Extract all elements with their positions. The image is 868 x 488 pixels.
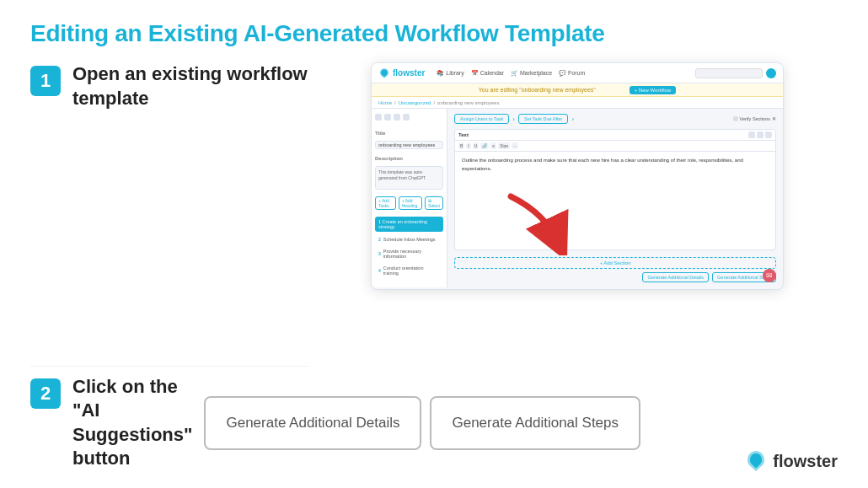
- mock-field-title-label: Title: [375, 131, 443, 136]
- mock-editor-dot-3[interactable]: [765, 131, 772, 138]
- mock-step-2: 2 Schedule Inbox Meetings: [375, 235, 443, 244]
- mock-editor-text: Outline the onboarding process and make …: [462, 158, 743, 171]
- mock-banner-text: You are editing "onboarding new employee…: [479, 87, 596, 93]
- screenshot-mock: flowster 📚 Library 📅 Calendar 🛒 Marketpl…: [371, 62, 784, 290]
- step-2-area: 2 Click on the "AI Suggestions" button G…: [30, 366, 308, 471]
- screenshot-column: flowster 📚 Library 📅 Calendar 🛒 Marketpl…: [317, 62, 838, 471]
- step-1-number: 1: [30, 66, 61, 96]
- mock-add-section[interactable]: + Add Section: [454, 257, 776, 269]
- step-2-number: 2: [30, 378, 61, 409]
- mock-bottom: + Add Section Generate Additional Detail…: [454, 254, 776, 282]
- mock-icon-2: [384, 114, 391, 121]
- step-1-text: Open an existing workflow template: [72, 62, 308, 110]
- footer-logo-icon: [744, 449, 768, 473]
- mock-logo-text: flowster: [393, 68, 425, 78]
- mock-toolbar-bold[interactable]: B: [458, 142, 464, 149]
- step-1: 1 Open an existing workflow template: [30, 62, 308, 349]
- mock-nav-marketplace: 🛒 Marketplace: [511, 70, 552, 77]
- footer-logo: flowster: [744, 449, 838, 473]
- mock-field-title-value: onboarding new employees: [375, 141, 443, 149]
- mock-editor-dots: [748, 131, 772, 138]
- steps-column: 1 Open an existing workflow template 2 C…: [30, 62, 317, 471]
- mock-breadcrumb-page: onboarding new employees: [437, 100, 499, 105]
- mock-toolbar-list[interactable]: ≡: [490, 142, 496, 149]
- mock-step-3: 3 Provide necessary information: [375, 247, 443, 260]
- mock-editor-topbar: Text: [455, 130, 775, 141]
- mock-icon-3: [394, 114, 400, 121]
- mock-step-4: 4 Conduct orientation training: [375, 264, 443, 277]
- mock-banner: You are editing "onboarding new employee…: [372, 83, 783, 97]
- mock-breadcrumb-home: Home: [378, 100, 392, 105]
- mock-sidebar: Title onboarding new employees Descripti…: [372, 109, 447, 287]
- mock-nav-items: 📚 Library 📅 Calendar 🛒 Marketplace 💬 For…: [437, 70, 690, 77]
- mock-toolbar-size[interactable]: Size: [498, 142, 510, 149]
- mock-nav-forum: 💬 Forum: [559, 70, 585, 77]
- mock-nav-calendar: 📅 Calendar: [471, 70, 504, 77]
- mock-search-bar: [695, 68, 763, 78]
- mock-fab[interactable]: ✉: [763, 269, 776, 282]
- mock-content: Assign Users to Task › Set Task Due Afte…: [447, 109, 783, 287]
- mock-verify-x: ✕: [772, 116, 776, 121]
- mock-toolbar: B I U 🔗 ≡ Size ···: [455, 141, 775, 152]
- mock-tab-arrow: ›: [512, 115, 515, 123]
- mock-icon-4: [403, 114, 410, 121]
- mock-ai-buttons: Generate Additional Details Generate Add…: [454, 272, 776, 282]
- mock-topbar: flowster 📚 Library 📅 Calendar 🛒 Marketpl…: [372, 63, 783, 83]
- mock-toolbar-more[interactable]: ···: [512, 142, 518, 149]
- mock-body: Title onboarding new employees Descripti…: [372, 109, 783, 287]
- mock-add-heading-btn[interactable]: + Add Heading: [399, 196, 422, 210]
- mock-verify-dot: [733, 116, 738, 121]
- mock-add-section-label: + Add Section: [599, 260, 630, 265]
- mock-breadcrumb: Home / Uncategorized / onboarding new em…: [372, 97, 783, 109]
- mock-editor-dot-2[interactable]: [757, 131, 764, 138]
- mock-editor-label: Text: [458, 132, 469, 137]
- mock-breadcrumb-uncategorized: Uncategorized: [399, 100, 431, 105]
- mock-editor-container: Text B I U 🔗: [454, 129, 776, 250]
- page-title: Editing an Existing AI-Generated Workflo…: [30, 20, 838, 47]
- mock-tab-arrow-2: ›: [571, 115, 574, 123]
- page-container: Editing an Existing AI-Generated Workflo…: [0, 0, 868, 488]
- mock-ai-btn-details[interactable]: Generate Additional Details: [642, 272, 709, 282]
- mock-field-desc-label: Description: [375, 156, 443, 161]
- mock-verify: Verify Sections ✕: [733, 116, 776, 121]
- mock-tab-assign[interactable]: Assign Users to Task: [454, 114, 509, 124]
- mock-editor-body[interactable]: Outline the onboarding process and make …: [455, 152, 775, 249]
- step-2-left: 2 Click on the "AI Suggestions" button: [30, 375, 192, 471]
- footer-logo-text: flowster: [773, 452, 838, 471]
- mock-step-active[interactable]: 1 Create an onboarding strategy: [375, 217, 443, 232]
- mock-nav-library: 📚 Library: [437, 70, 463, 77]
- mock-verify-label: Verify Sections: [740, 116, 770, 121]
- mock-logo: flowster: [378, 67, 425, 79]
- mock-field-desc-value: This template was auto-generated from Ch…: [375, 166, 443, 190]
- mock-add-tasks-btn[interactable]: + Add Tasks: [375, 196, 396, 210]
- mock-tabs: Assign Users to Task › Set Task Due Afte…: [454, 114, 776, 124]
- mock-new-workflow-btn[interactable]: + New Workflow: [630, 86, 676, 94]
- mock-add-row: + Add Tasks + Add Heading ⊞ Select: [375, 196, 443, 210]
- mock-editor-dot-1[interactable]: [748, 131, 755, 138]
- mock-sidebar-icons: [375, 114, 443, 121]
- mock-toolbar-link[interactable]: 🔗: [480, 142, 489, 149]
- mock-avatar: [766, 68, 776, 78]
- main-content: 1 Open an existing workflow template 2 C…: [30, 62, 838, 471]
- step-2-text: Click on the "AI Suggestions" button: [72, 375, 192, 471]
- mock-tab-due[interactable]: Set Task Due After: [518, 114, 568, 124]
- mock-toolbar-underline[interactable]: U: [473, 142, 480, 149]
- mock-select-btn[interactable]: ⊞ Select: [425, 196, 443, 210]
- mock-top-right: [695, 68, 776, 78]
- mock-icon-1: [375, 114, 382, 121]
- mock-toolbar-italic[interactable]: I: [466, 142, 470, 149]
